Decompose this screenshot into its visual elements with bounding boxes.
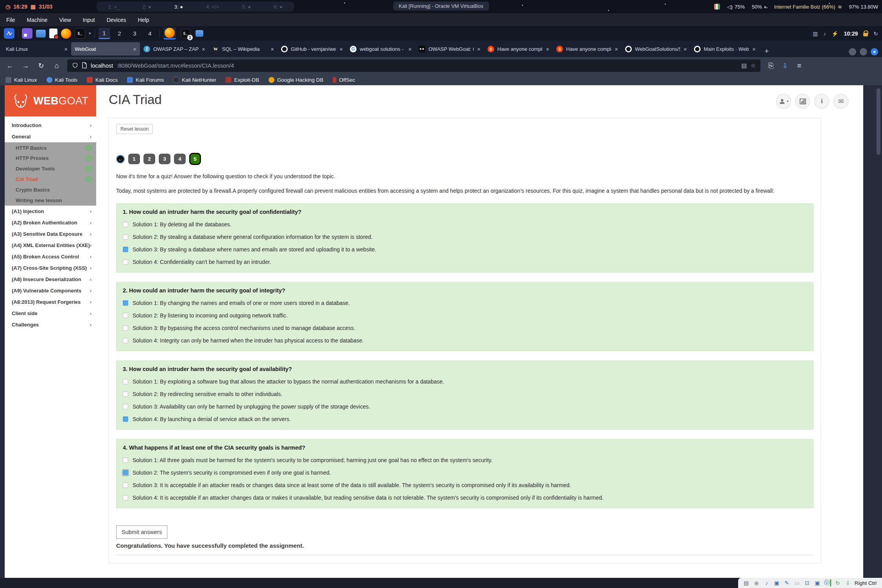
- sidebar-item-a3-sensitive-data[interactable]: (A3) Sensitive Data Exposure ›: [5, 228, 96, 240]
- quiz-option[interactable]: Solution 3: By bypassing the access cont…: [123, 325, 807, 331]
- checkbox-unchecked[interactable]: [123, 379, 128, 384]
- page-button-3[interactable]: 3: [159, 154, 170, 164]
- tab-close-icon[interactable]: ×: [752, 46, 756, 52]
- vm-workspace-4[interactable]: 4: [144, 28, 156, 39]
- user-menu-button[interactable]: ▾: [776, 94, 791, 109]
- info-button[interactable]: i: [814, 94, 829, 109]
- submit-answers-button[interactable]: Submit answers: [116, 525, 167, 539]
- workspace-3[interactable]: 3: ●: [174, 4, 183, 10]
- quiz-option[interactable]: Solution 4: It is acceptable if an attac…: [123, 495, 807, 501]
- reader-mode-icon[interactable]: ▤: [741, 62, 747, 69]
- vm-workspace-2[interactable]: 2: [114, 28, 125, 39]
- session-refresh-icon[interactable]: ↻: [873, 30, 878, 37]
- audio-tray-icon[interactable]: ♪: [823, 30, 826, 37]
- menu-devices[interactable]: Devices: [107, 17, 126, 23]
- sidebar-item-http-proxies[interactable]: HTTP Proxies ✓: [5, 153, 96, 163]
- sidebar-item-a4-xxe[interactable]: (A4) XML External Entities (XXE) ›: [5, 240, 96, 251]
- page-button-1[interactable]: 1: [128, 154, 140, 164]
- app-menu-icon[interactable]: [22, 28, 32, 39]
- tab-webgoat[interactable]: WebGoat ×: [71, 42, 140, 56]
- tab-close-icon[interactable]: ×: [202, 46, 205, 52]
- vbox-display-icon[interactable]: ⊡: [804, 580, 811, 586]
- tab-close-icon[interactable]: ×: [271, 46, 274, 52]
- vbox-shared-folders-icon[interactable]: ▭: [794, 580, 801, 586]
- downloads-button[interactable]: ⇩: [782, 62, 788, 70]
- power-tray-icon[interactable]: ⚡: [832, 30, 838, 37]
- quiz-option[interactable]: Solution 2: By stealing a database where…: [123, 234, 807, 240]
- bookmark-kali-nethunter[interactable]: Kali NetHunter: [173, 77, 216, 83]
- previous-page-button[interactable]: ←: [116, 155, 125, 163]
- vm-workspace-3[interactable]: 3: [129, 28, 141, 39]
- reset-lesson-button[interactable]: Reset lesson: [116, 124, 153, 134]
- window-maximize-button[interactable]: [860, 48, 867, 56]
- workspace-4[interactable]: 4: </>: [206, 4, 219, 10]
- checkbox-unchecked[interactable]: [123, 222, 128, 227]
- tab-close-icon[interactable]: ×: [133, 46, 136, 52]
- bookmark-kali-tools[interactable]: Kali Tools: [47, 77, 78, 83]
- tab-webgoat-solutions-search[interactable]: G webgoat solutions - G ×: [346, 42, 415, 56]
- vm-workspace-1[interactable]: 1: [99, 28, 110, 39]
- sidebar-item-general[interactable]: General ›: [5, 131, 96, 142]
- back-button[interactable]: ←: [5, 62, 15, 70]
- tab-close-icon[interactable]: ×: [683, 46, 687, 52]
- tab-close-icon[interactable]: ×: [64, 46, 68, 52]
- sidebar-item-a8-2013-request-forgeries[interactable]: (A8:2013) Request Forgeries ›: [5, 296, 96, 308]
- page-button-5-current[interactable]: 5: [189, 153, 201, 165]
- quiz-option[interactable]: Solution 2: By listening to incoming and…: [123, 312, 807, 319]
- sidebar-item-http-basics[interactable]: HTTP Basics ✓: [5, 142, 96, 153]
- sidebar-item-introduction[interactable]: Introduction ›: [5, 120, 96, 131]
- checkbox-unchecked[interactable]: [123, 325, 128, 331]
- menu-help[interactable]: Help: [138, 17, 149, 23]
- display-tray-icon[interactable]: ▥: [813, 30, 818, 37]
- tab-reddit-1[interactable]: ö Have anyone comple ×: [484, 42, 553, 56]
- checkbox-unchecked[interactable]: [123, 457, 128, 463]
- url-bar[interactable]: localhost:8080/WebGoat/start.mvc#lesson/…: [67, 59, 760, 72]
- tab-close-icon[interactable]: ×: [615, 46, 618, 52]
- sidebar-item-crypto-basics[interactable]: Crypto Basics: [5, 185, 96, 195]
- brightness-indicator[interactable]: 50% ◐: [752, 4, 767, 10]
- vbox-audio-icon[interactable]: ♪: [763, 580, 770, 586]
- checkbox-checked-focused[interactable]: [123, 470, 128, 475]
- vbox-hdd-icon[interactable]: ▤: [743, 580, 750, 586]
- bookmark-offsec[interactable]: OffSec: [333, 77, 355, 83]
- menu-file[interactable]: File: [6, 17, 15, 23]
- quiz-option[interactable]: Solution 3: Availability can only be har…: [123, 403, 807, 410]
- checkbox-checked[interactable]: [123, 416, 128, 422]
- forward-button[interactable]: →: [20, 62, 30, 70]
- workspace-1[interactable]: 1: >_: [108, 4, 119, 10]
- tab-sql-wikipedia[interactable]: W SQL – Wikipedia ×: [209, 42, 278, 56]
- quiz-option[interactable]: Solution 1: By deleting all the database…: [123, 221, 807, 228]
- sidebar-item-cia-triad[interactable]: CIA Triad ✓: [5, 174, 96, 185]
- page-button-2[interactable]: 2: [143, 154, 155, 164]
- checkbox-unchecked[interactable]: [123, 313, 128, 318]
- sidebar-item-client-side[interactable]: Client side ›: [5, 308, 96, 319]
- vbox-network-icon[interactable]: ▣: [773, 580, 780, 586]
- bookmark-exploit-db[interactable]: Exploit-DB: [226, 77, 259, 83]
- keyboard-layout-icon[interactable]: [714, 4, 720, 10]
- files-window-button[interactable]: [195, 30, 203, 37]
- sidebar-item-developer-tools[interactable]: Developer Tools ✓: [5, 163, 96, 174]
- vbox-mouse-integration-icon[interactable]: ↻: [834, 580, 841, 586]
- terminal-launcher-icon[interactable]: $_: [75, 28, 85, 39]
- checkbox-unchecked[interactable]: [123, 404, 128, 409]
- bookmark-kali-docs[interactable]: Kali Docs: [87, 77, 118, 83]
- sidebar-item-a2-broken-authentication[interactable]: (A2) Broken Authentication ›: [5, 217, 96, 228]
- contact-button[interactable]: ✉: [834, 94, 848, 109]
- tab-close-icon[interactable]: ×: [339, 46, 343, 52]
- vbox-updates-icon[interactable]: ⇩: [844, 580, 852, 586]
- workspace-2[interactable]: 2: ●: [143, 4, 151, 10]
- vbox-features-icon[interactable]: Ⓥ: [824, 579, 831, 586]
- tab-webgoatsolutions-repo[interactable]: WebGoatSolutions/S ×: [622, 42, 690, 56]
- tab-close-icon[interactable]: ×: [477, 46, 480, 52]
- checkbox-unchecked[interactable]: [123, 338, 128, 343]
- workspace-6[interactable]: 6: ●: [274, 4, 282, 10]
- bookmark-kali-linux[interactable]: Kali Linux: [5, 77, 37, 83]
- quiz-option[interactable]: Solution 2: By redirecting sensitive ema…: [123, 391, 807, 397]
- menu-hamburger-icon[interactable]: ≡: [794, 62, 804, 70]
- tab-kali-linux[interactable]: Kali Linux ×: [2, 42, 71, 56]
- window-minimize-button[interactable]: [849, 48, 856, 56]
- checkbox-unchecked[interactable]: [123, 391, 128, 397]
- quiz-option[interactable]: Solution 1: By changing the names and em…: [123, 300, 807, 306]
- quiz-option[interactable]: Solution 2: The system's security is com…: [123, 470, 807, 476]
- sidebar-item-a8-insecure-deserialization[interactable]: (A8) Insecure Deserialization ›: [5, 274, 96, 285]
